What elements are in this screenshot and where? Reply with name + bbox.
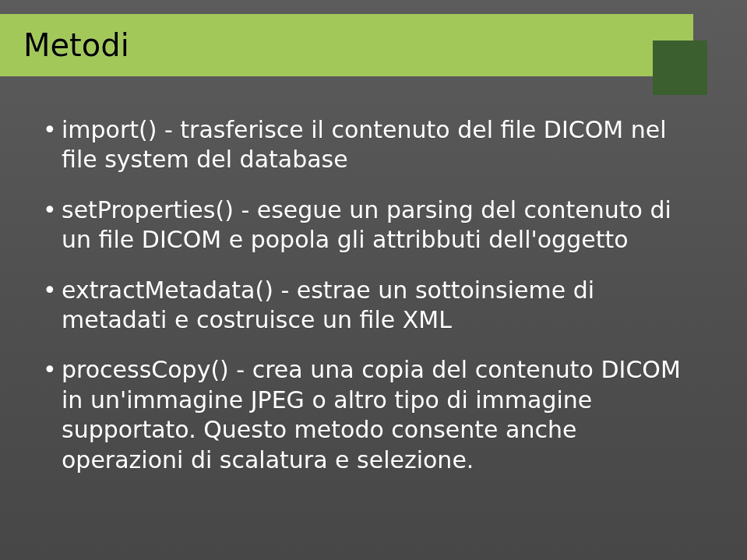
bullet-text: processCopy() - crea una copia del conte…	[62, 356, 681, 473]
bullet-text: extractMetadata() - estrae un sottoinsie…	[62, 276, 594, 333]
accent-square-icon	[653, 41, 707, 95]
list-item: processCopy() - crea una copia del conte…	[43, 355, 685, 475]
list-item: import() - trasferisce il contenuto del …	[43, 115, 685, 175]
slide-content: import() - trasferisce il contenuto del …	[43, 115, 685, 495]
bullet-text: setProperties() - esegue un parsing del …	[62, 196, 671, 253]
bullet-text: import() - trasferisce il contenuto del …	[62, 116, 667, 173]
bullet-list: import() - trasferisce il contenuto del …	[43, 115, 685, 475]
slide: Metodi import() - trasferisce il contenu…	[0, 0, 747, 560]
slide-title: Metodi	[23, 27, 129, 63]
list-item: setProperties() - esegue un parsing del …	[43, 195, 685, 255]
title-bar: Metodi	[0, 14, 693, 76]
list-item: extractMetadata() - estrae un sottoinsie…	[43, 276, 685, 336]
